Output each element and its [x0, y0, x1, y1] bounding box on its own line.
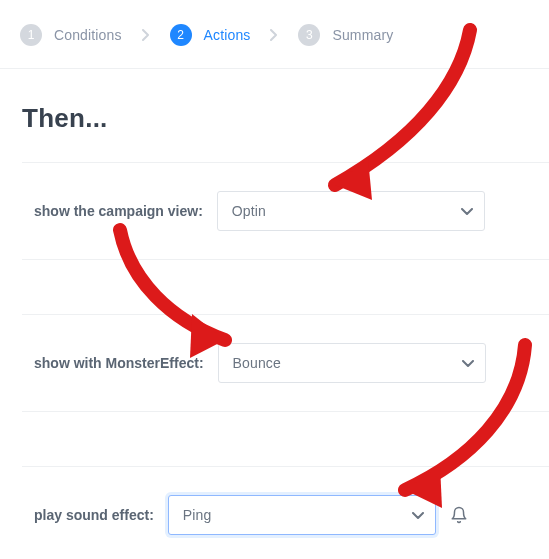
- step-label: Conditions: [54, 27, 122, 43]
- bell-icon[interactable]: [450, 506, 468, 524]
- campaign-view-select-wrapper: Optin: [217, 191, 485, 231]
- monster-effect-select-wrapper: Bounce: [218, 343, 486, 383]
- rule-label: play sound effect:: [34, 507, 154, 523]
- step-summary[interactable]: 3 Summary: [298, 24, 393, 46]
- chevron-right-icon: [270, 29, 278, 41]
- step-conditions[interactable]: 1 Conditions: [20, 24, 122, 46]
- step-actions[interactable]: 2 Actions: [170, 24, 251, 46]
- step-badge: 1: [20, 24, 42, 46]
- page-title: Then...: [0, 69, 549, 162]
- step-badge: 2: [170, 24, 192, 46]
- chevron-right-icon: [142, 29, 150, 41]
- rule-sound-effect: play sound effect: Ping: [22, 466, 549, 559]
- rule-monster-effect: show with MonsterEffect: Bounce: [22, 314, 549, 412]
- rule-label: show with MonsterEffect:: [34, 355, 204, 371]
- monster-effect-select[interactable]: Bounce: [218, 343, 486, 383]
- step-label: Actions: [204, 27, 251, 43]
- sound-effect-select[interactable]: Ping: [168, 495, 436, 535]
- campaign-view-select[interactable]: Optin: [217, 191, 485, 231]
- rule-campaign-view: show the campaign view: Optin: [22, 162, 549, 260]
- sound-effect-select-wrapper: Ping: [168, 495, 436, 535]
- rule-label: show the campaign view:: [34, 203, 203, 219]
- step-badge: 3: [298, 24, 320, 46]
- wizard-stepper: 1 Conditions 2 Actions 3 Summary: [0, 0, 549, 69]
- step-label: Summary: [332, 27, 393, 43]
